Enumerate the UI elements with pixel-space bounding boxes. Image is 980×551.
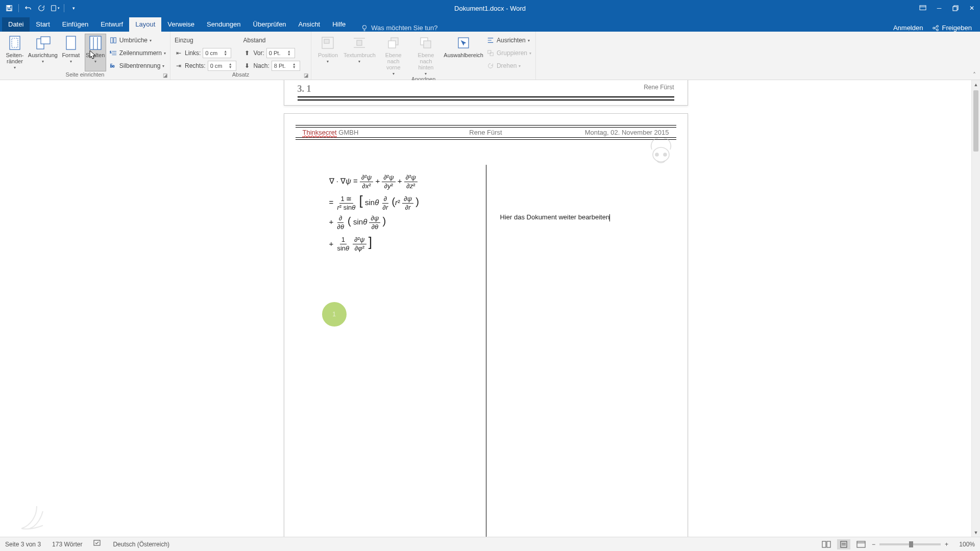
group-paragraph: Einzug ⇤Links:0 cm▲▼ ⇥Rechts:0 cm▲▼ Abst… (170, 32, 311, 80)
save-button[interactable] (3, 2, 15, 14)
tab-review[interactable]: Überprüfen (247, 17, 292, 32)
align-button[interactable]: Ausrichten ▾ (486, 35, 531, 46)
scroll-thumb[interactable] (973, 90, 978, 152)
svg-rect-27 (324, 39, 329, 43)
indent-right-icon: ⇥ (175, 62, 183, 70)
margins-button[interactable]: Seiten- ränder▾ (4, 34, 26, 71)
svg-rect-3 (51, 6, 56, 11)
document-canvas[interactable]: 3. 1 Rene Fürst Thinksecret GMBH Rene Fü… (0, 80, 971, 537)
selection-pane-button[interactable]: Auswahlbereich (444, 34, 483, 76)
hyphenation-button[interactable]: bcSilbentrennung ▾ (109, 60, 166, 71)
bring-forward-button: Ebene nach vorne▾ (379, 34, 408, 76)
send-backward-button: Ebene nach hinten▾ (411, 34, 441, 76)
view-read-button[interactable] (820, 539, 833, 549)
header-company-underlined: Thinksecret (303, 129, 337, 136)
page-previous: 3. 1 Rene Fürst (284, 80, 688, 106)
lightbulb-icon (361, 24, 368, 32)
touch-mode-button[interactable]: ▾ (48, 2, 61, 14)
quick-access-toolbar: ▾ ▾ (0, 2, 80, 14)
share-icon (932, 24, 939, 32)
svg-rect-13 (41, 37, 50, 44)
status-words[interactable]: 173 Wörter (52, 541, 82, 548)
svg-rect-18 (110, 38, 112, 43)
tab-references[interactable]: Verweise (161, 17, 201, 32)
spacing-after-icon: ⬇ (243, 62, 251, 70)
svg-rect-44 (841, 541, 847, 547)
zoom-out-button[interactable]: − (872, 541, 875, 548)
share-button[interactable]: Freigeben (932, 24, 972, 32)
svg-rect-47 (857, 541, 865, 547)
tab-insert[interactable]: Einfügen (56, 17, 94, 32)
page-current: Thinksecret GMBH Rene Fürst Montag, 02. … (284, 113, 688, 537)
margins-icon (7, 35, 23, 51)
tab-design[interactable]: Entwurf (94, 17, 129, 32)
header-author: Rene Fürst (425, 129, 547, 136)
undo-button[interactable] (22, 2, 34, 14)
indent-left-field[interactable]: ⇤Links:0 cm▲▼ (175, 47, 240, 59)
ribbon: Seiten- ränder▾ Ausrichtung▾ Format▾ Spa… (0, 32, 980, 80)
collapse-ribbon-button[interactable]: ˄ (973, 71, 976, 79)
status-bar: Seite 3 von 3 173 Wörter Deutsch (Österr… (0, 537, 980, 551)
indent-right-field[interactable]: ⇥Rechts:0 cm▲▼ (175, 60, 240, 71)
tab-mailings[interactable]: Sendungen (201, 17, 247, 32)
zoom-level[interactable]: 100% (952, 541, 975, 548)
tab-file[interactable]: Datei (2, 17, 30, 32)
tell-me-search[interactable]: Was möchten Sie tun? (361, 24, 437, 32)
view-print-button[interactable] (837, 539, 850, 549)
restore-button[interactable] (947, 0, 964, 16)
status-page[interactable]: Seite 3 von 3 (5, 541, 41, 548)
svg-rect-4 (920, 6, 926, 10)
svg-rect-2 (8, 9, 11, 11)
svg-text:1: 1 (110, 50, 112, 54)
tell-me-placeholder: Was möchten Sie tun? (371, 24, 437, 32)
group-page-setup: Seiten- ränder▾ Ausrichtung▾ Format▾ Spa… (0, 32, 170, 80)
columns-button[interactable]: Spalten▾ (85, 34, 106, 71)
title-bar: ▾ ▾ Dokument1.docx - Word ─ ✕ (0, 0, 980, 16)
indent-header: Einzug (175, 35, 240, 46)
svg-point-8 (937, 25, 939, 27)
spacing-header: Abstand (243, 35, 307, 46)
breaks-button[interactable]: Umbrüche ▾ (109, 35, 166, 46)
spacing-after-field[interactable]: ⬇Nach:8 Pt.▲▼ (243, 60, 307, 71)
line-numbers-button[interactable]: 1Zeilennummern ▾ (109, 47, 166, 59)
zoom-slider[interactable] (879, 543, 941, 545)
indent-left-icon: ⇤ (175, 49, 183, 57)
size-button[interactable]: Format▾ (60, 34, 82, 71)
spacing-before-field[interactable]: ⬆Vor:0 Pt.▲▼ (243, 47, 307, 59)
scroll-up-button[interactable]: ▲ (972, 80, 980, 89)
page-setup-launcher[interactable]: ◪ (162, 72, 168, 79)
close-button[interactable]: ✕ (964, 0, 980, 16)
prev-heading: 3. 1 (298, 84, 311, 94)
svg-point-7 (933, 27, 935, 29)
body-text: Hier das Dokument weiter bearbeiten (500, 213, 610, 221)
orientation-icon (35, 35, 51, 51)
scroll-down-button[interactable]: ▼ (972, 528, 980, 537)
tab-help[interactable]: Hilfe (326, 17, 352, 32)
tab-layout[interactable]: Layout (129, 17, 161, 32)
column-right[interactable]: Hier das Dokument weiter bearbeiten (486, 170, 663, 256)
ribbon-display-button[interactable] (915, 0, 931, 16)
comment-marker[interactable]: 1 (322, 302, 347, 327)
redo-button[interactable] (35, 2, 47, 14)
status-language[interactable]: Deutsch (Österreich) (113, 541, 169, 548)
vertical-scrollbar[interactable]: ▲ ▼ (971, 80, 980, 537)
align-icon (486, 36, 495, 44)
qat-customize-button[interactable]: ▾ (67, 2, 80, 14)
tab-view[interactable]: Ansicht (292, 17, 327, 32)
tab-start[interactable]: Start (30, 17, 56, 32)
svg-rect-15 (90, 36, 101, 49)
minimize-button[interactable]: ─ (931, 0, 947, 16)
text-wrap-icon (351, 35, 368, 51)
zoom-in-button[interactable]: + (945, 541, 948, 548)
header-mascot-icon (645, 132, 677, 165)
orientation-button[interactable]: Ausrichtung▾ (29, 34, 57, 71)
svg-rect-1 (8, 6, 10, 8)
signin-link[interactable]: Anmelden (893, 24, 923, 32)
status-proofing-icon[interactable] (93, 540, 102, 548)
line-numbers-icon: 1 (109, 49, 117, 57)
send-backward-icon (418, 35, 434, 51)
view-web-button[interactable] (854, 539, 868, 549)
paragraph-launcher[interactable]: ◪ (303, 72, 309, 79)
equation-block[interactable]: ∇ · ∇ψ = ∂²ψ∂x² + ∂²ψ∂y² + ∂²ψ∂z² = 1 ≅r… (309, 173, 486, 253)
size-icon (63, 35, 79, 51)
